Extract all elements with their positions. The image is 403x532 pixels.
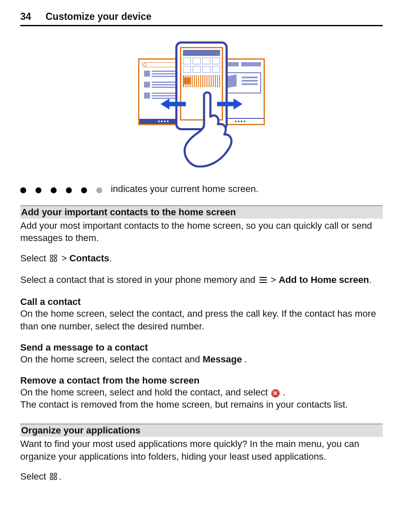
section-title: Customize your device xyxy=(46,11,152,22)
remove-contact-body1: On the home screen, select and hold the … xyxy=(20,386,383,399)
delete-icon xyxy=(271,389,280,398)
select-contacts-step: Select > Contacts. xyxy=(20,252,383,266)
subhead-add-contacts: Add your important contacts to the home … xyxy=(20,206,383,219)
apps-grid-icon xyxy=(49,472,58,484)
options-menu-icon xyxy=(259,275,267,288)
select-add-to-home-step: Select a contact that is stored in your … xyxy=(20,274,383,288)
send-message-heading: Send a message to a contact xyxy=(20,342,383,353)
page-number: 34 xyxy=(20,11,31,22)
indicator-line: indicates your current home screen. xyxy=(20,183,383,195)
svg-rect-3 xyxy=(54,259,57,261)
svg-rect-2 xyxy=(50,259,53,261)
svg-point-7 xyxy=(50,473,53,476)
svg-rect-10 xyxy=(54,477,57,480)
svg-point-0 xyxy=(50,255,53,258)
svg-rect-8 xyxy=(54,473,57,476)
svg-rect-9 xyxy=(50,477,53,480)
add-contacts-intro: Add your most important contacts to the … xyxy=(20,219,383,244)
organize-apps-body: Want to find your most used applications… xyxy=(20,438,383,463)
remove-contact-body2: The contact is removed from the home scr… xyxy=(20,398,383,411)
manual-page: 34 Customize your device xyxy=(0,0,403,510)
subhead-organize-apps: Organize your applications xyxy=(20,424,383,437)
send-message-body: On the home screen, select the contact a… xyxy=(20,353,383,366)
call-contact-body: On the home screen, select the contact, … xyxy=(20,307,383,332)
phone-outline xyxy=(175,41,228,130)
organize-select-step: Select . xyxy=(20,470,383,484)
apps-grid-icon xyxy=(49,253,58,266)
indicator-text: indicates your current home screen. xyxy=(111,184,259,194)
illustration xyxy=(20,41,383,166)
remove-contact-heading: Remove a contact from the home screen xyxy=(20,375,383,386)
running-header: 34 Customize your device xyxy=(20,11,383,26)
svg-rect-1 xyxy=(54,255,57,258)
call-contact-heading: Call a contact xyxy=(20,296,383,307)
home-screen-dots-icon xyxy=(20,187,102,193)
